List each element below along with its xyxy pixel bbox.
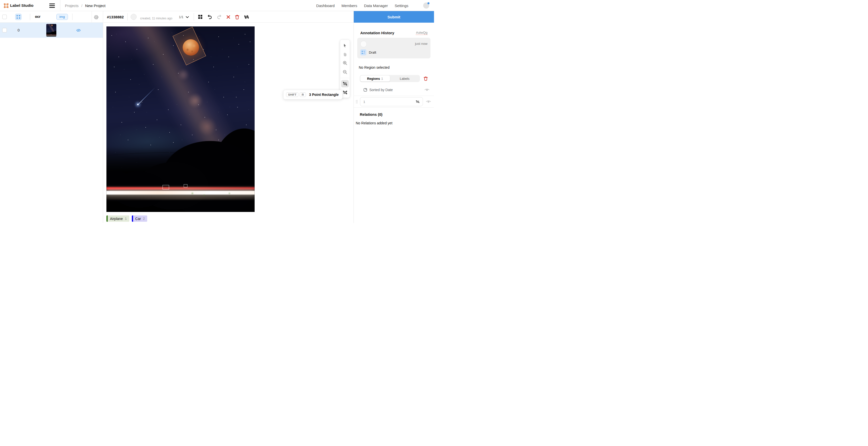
delete-regions-button[interactable] <box>423 76 428 81</box>
no-region-text: No Region selected <box>359 65 431 69</box>
hand-icon <box>343 52 347 57</box>
tool-tooltip: SHIFT R 3 Point Rectangle <box>283 90 342 99</box>
history-avatar <box>360 41 367 47</box>
task-list-header: ocr img <box>0 11 103 23</box>
task-thumbnail[interactable] <box>46 24 56 36</box>
nav-data-manager[interactable]: Data Manager <box>364 3 388 8</box>
region-item-index: 1 <box>363 100 365 104</box>
label-car-hotkey: 2 <box>143 217 147 220</box>
eye-icon <box>426 100 431 103</box>
annotation-id[interactable]: #ulwQg <box>416 31 428 35</box>
created-timestamp: created, 11 minutes ago <box>140 17 172 20</box>
breadcrumb-separator: / <box>81 3 82 8</box>
draft-icon <box>360 49 366 55</box>
label-studio-app: Label Studio Projects / New Project Dash… <box>0 0 434 223</box>
trash-icon <box>424 76 428 81</box>
zoom-in-tool-button[interactable] <box>341 59 349 67</box>
pan-tool-button[interactable] <box>341 51 349 58</box>
move-tool-button[interactable] <box>341 42 349 49</box>
menu-hamburger-button[interactable] <box>49 3 55 8</box>
photo-fence-highlight-2 <box>184 184 187 187</box>
zoom-out-tool-button[interactable] <box>341 68 349 76</box>
table-settings-gear-icon[interactable] <box>93 14 99 20</box>
relations-title: Relations (0) <box>360 112 431 117</box>
chevron-down-icon <box>186 16 189 18</box>
user-avatar[interactable] <box>423 2 429 8</box>
cursor-icon <box>343 43 347 48</box>
task-list-panel: ocr img 0 <box>0 11 103 223</box>
shortcut-key-shift: SHIFT <box>286 92 299 97</box>
annotation-header-divider <box>127 13 128 21</box>
photo-fence-highlight <box>162 185 169 189</box>
regions-view-icon[interactable] <box>15 13 22 20</box>
header-divider-3 <box>92 11 92 23</box>
top-navbar: Label Studio Projects / New Project Dash… <box>0 0 434 11</box>
zoom-out-icon <box>343 70 347 75</box>
task-row-index: 0 <box>16 28 22 32</box>
region-rectangle-icon <box>415 100 420 104</box>
top-navigation: Dashboard Members Data Manager Settings <box>316 0 408 11</box>
column-type-badge-img[interactable]: img <box>56 14 68 20</box>
relations-empty-text: No Relations added yet <box>356 121 431 125</box>
eye-icon <box>425 88 430 92</box>
drag-handle-icon <box>355 100 358 104</box>
history-status: Draft <box>369 51 376 54</box>
side-panel-body: Annotation History #ulwQg just now <box>354 23 434 125</box>
nav-dashboard[interactable]: Dashboard <box>316 3 335 8</box>
sort-order-label[interactable]: Sorted by Date <box>369 88 393 92</box>
grid-view-button[interactable] <box>197 14 203 20</box>
annotation-history-title: Annotation History <box>360 31 394 35</box>
breadcrumb: Projects / New Project <box>65 0 105 11</box>
annotator-avatar <box>131 14 136 20</box>
swap-view-button[interactable] <box>244 14 250 20</box>
toggle-region-visibility[interactable] <box>426 100 431 103</box>
nav-members[interactable]: Members <box>341 3 357 8</box>
region-list-item[interactable]: 1 <box>354 96 434 108</box>
task-row[interactable]: 0 <box>0 23 103 38</box>
annotation-canvas[interactable] <box>106 26 255 212</box>
header-divider <box>30 13 30 20</box>
app-title: Label Studio <box>10 3 33 8</box>
submit-button[interactable]: Submit <box>354 11 434 23</box>
label-airplane-hotkey: 1 <box>125 217 129 220</box>
tab-labels[interactable]: Labels <box>390 76 420 82</box>
undo-button[interactable] <box>207 14 213 20</box>
label-car-name: Car <box>133 217 143 221</box>
navbar-divider <box>60 0 60 11</box>
tab-labels-label: Labels <box>400 77 409 81</box>
three-point-rectangle-tool-icon <box>343 90 347 95</box>
label-airplane[interactable]: Airplane 1 <box>106 215 129 222</box>
tooltip-label: 3 Point Rectangle <box>309 93 339 97</box>
breadcrumb-current-project: New Project <box>85 3 105 8</box>
zoom-in-icon <box>343 61 347 65</box>
task-code-icon[interactable] <box>76 28 81 32</box>
annotation-toolbar <box>197 11 250 23</box>
pagination-value: 1/1 <box>179 15 183 19</box>
nav-settings[interactable]: Settings <box>395 3 408 8</box>
reject-button[interactable] <box>226 14 231 19</box>
select-all-checkbox[interactable] <box>2 14 7 19</box>
annotation-header-divider-2 <box>194 13 194 21</box>
notification-dot <box>428 2 430 4</box>
label-airplane-name: Airplane <box>108 217 125 221</box>
region-item-box[interactable]: 1 <box>360 97 423 106</box>
toggle-all-regions-visibility[interactable] <box>425 88 430 92</box>
tab-regions[interactable]: Regions 1 <box>360 76 390 82</box>
breadcrumb-projects-link[interactable]: Projects <box>65 3 79 8</box>
delete-annotation-button[interactable] <box>235 14 240 20</box>
column-header-ocr[interactable]: ocr <box>35 14 40 19</box>
segmented-control: Regions 1 Labels <box>360 75 420 82</box>
history-entry[interactable]: just now Draft <box>357 38 431 58</box>
sort-order-row: Sorted by Date <box>363 88 430 92</box>
task-row-checkbox[interactable] <box>2 28 7 32</box>
annotation-pagination[interactable]: 1/1 <box>179 15 189 19</box>
rectangle-tool-button[interactable] <box>341 80 349 87</box>
tool-palette <box>340 39 350 98</box>
annotation-history-header: Annotation History #ulwQg <box>357 31 431 35</box>
label-car[interactable]: Car 2 <box>132 215 148 222</box>
history-timestamp: just now <box>415 42 428 46</box>
header-divider-2 <box>72 13 72 20</box>
redo-button[interactable] <box>216 14 222 20</box>
shortcut-key-r: R <box>300 92 306 97</box>
sort-panel-icon <box>363 88 367 92</box>
